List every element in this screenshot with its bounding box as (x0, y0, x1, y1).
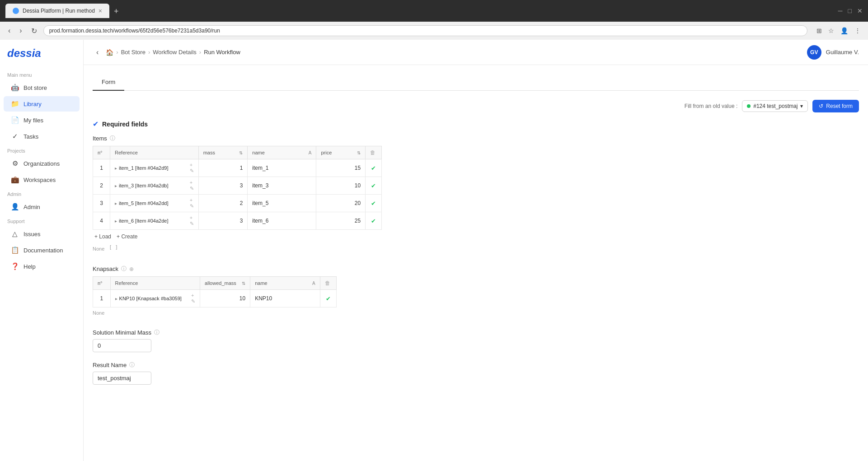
sidebar-item-bot-store[interactable]: 🤖 Bot store (4, 80, 80, 95)
row-mass: 3 (198, 177, 248, 195)
maximize-button[interactable]: □ (848, 7, 852, 14)
result-name-input[interactable] (93, 372, 151, 385)
sidebar-item-label: Organizations (23, 160, 60, 167)
main-content: ‹ 🏠 › Bot Store › Workflow Details › Run… (84, 40, 868, 461)
row-add-icon[interactable]: + (190, 215, 194, 220)
row-edit-icon[interactable]: ✎ (190, 168, 194, 174)
section-title: Required fields (102, 121, 148, 128)
minimize-button[interactable]: ─ (838, 7, 843, 14)
solution-min-mass-input[interactable] (93, 339, 151, 352)
col-header-mass: mass⇅ (198, 146, 248, 159)
knapsack-col-allowed-mass: allowed_mass⇅ (200, 277, 250, 290)
tab-close-button[interactable]: × (99, 7, 102, 14)
sidebar-item-label: Admin (23, 204, 40, 210)
required-fields-header: ✔ Required fields (93, 120, 859, 128)
section-label-support: Support (0, 215, 83, 226)
help-icon: ❓ (11, 262, 19, 270)
sidebar-item-documentation[interactable]: 📋 Documentation (4, 242, 80, 258)
name-sort-icon[interactable]: A (309, 150, 312, 155)
price-sort-icon[interactable]: ⇅ (357, 150, 361, 155)
sidebar-item-organizations[interactable]: ⚙ Organizations (4, 156, 80, 171)
knapsack-col-reference: Reference (110, 277, 200, 290)
forward-button[interactable]: › (17, 25, 24, 37)
breadcrumb-workflow-details[interactable]: Workflow Details (153, 49, 197, 56)
delete-all-icon[interactable]: 🗑 (370, 149, 375, 156)
knapsack-delete-all-icon[interactable]: 🗑 (325, 280, 330, 286)
reset-form-button[interactable]: ↺ Reset form (812, 100, 859, 112)
url-bar[interactable] (43, 25, 807, 36)
result-name-info-icon[interactable]: ⓘ (129, 361, 135, 369)
solution-min-mass-group: Solution Minimal Mass ⓘ (93, 329, 859, 352)
check-icon: ✔ (371, 200, 376, 207)
knapsack-label-text: Knapsack (93, 265, 118, 272)
sidebar-toggle-button[interactable]: ‹ (93, 47, 102, 58)
active-tab[interactable]: Dessia Platform | Run method × (5, 4, 109, 18)
row-add-icon[interactable]: + (190, 180, 194, 185)
knapsack-col-n: n° (93, 277, 111, 290)
extensions-icon[interactable]: ⊞ (815, 25, 824, 36)
browser-navbar: ‹ › ↻ ⊞ ☆ 👤 ⋮ (0, 22, 868, 40)
knapsack-row-allowed-mass: 10 (200, 290, 250, 307)
row-edit-icon[interactable]: ✎ (190, 221, 194, 227)
new-tab-button[interactable]: + (110, 5, 122, 18)
knapsack-info-icon[interactable]: ⓘ (121, 265, 127, 273)
row-add-icon[interactable]: + (190, 197, 194, 203)
row-num: 2 (93, 177, 110, 195)
tasks-icon: ✓ (11, 132, 19, 140)
knapsack-table-section: Knapsack ⓘ ⊕ n° Reference allowed_mass⇅ (93, 265, 859, 318)
row-edit-icon[interactable]: ✎ (190, 203, 194, 209)
close-button[interactable]: ✕ (857, 7, 863, 14)
reload-button[interactable]: ↻ (28, 25, 40, 37)
solution-min-mass-info-icon[interactable]: ⓘ (154, 329, 160, 336)
items-table-section: Items ⓘ n° Reference mass⇅ nameA (93, 135, 859, 254)
knapsack-add-icon[interactable]: + (191, 293, 195, 298)
workspaces-icon: 💼 (11, 176, 19, 184)
sidebar-item-tasks[interactable]: ✓ Tasks (4, 129, 80, 144)
reset-btn-label: Reset form (826, 103, 853, 109)
tab-title: Dessia Platform | Run method (23, 8, 95, 14)
topbar-left: ‹ 🏠 › Bot Store › Workflow Details › Run… (93, 47, 240, 58)
create-button[interactable]: + Create (117, 233, 137, 240)
section-check-icon: ✔ (93, 120, 99, 128)
allowed-mass-sort-icon[interactable]: ⇅ (242, 281, 245, 286)
home-icon[interactable]: 🏠 (106, 49, 113, 56)
bookmark-icon[interactable]: ☆ (826, 25, 836, 36)
issues-icon: △ (11, 230, 19, 238)
sidebar-item-label: My files (23, 117, 43, 124)
tabs: Form (93, 74, 859, 91)
knapsack-name-sort-icon[interactable]: A (312, 281, 315, 286)
row-reference: ▸item_3 [Item #04a2db] + ✎ (110, 177, 199, 195)
sidebar-item-library[interactable]: 📁 Library (4, 96, 80, 112)
topbar-right: GV Guillaume V. (807, 45, 859, 60)
sidebar-item-issues[interactable]: △ Issues (4, 226, 80, 242)
tab-form[interactable]: Form (93, 74, 124, 91)
sidebar-item-help[interactable]: ❓ Help (4, 259, 80, 274)
row-add-icon[interactable]: + (190, 162, 194, 168)
row-price: 25 (316, 212, 366, 230)
knapsack-help-icon[interactable]: ⊕ (129, 266, 134, 272)
sidebar-item-workspaces[interactable]: 💼 Workspaces (4, 172, 80, 187)
load-button[interactable]: + Load (94, 233, 111, 240)
row-name: item_1 (248, 159, 316, 177)
table-row: 1 ▸item_1 [Item #04a2d9] + ✎ (93, 159, 382, 177)
sidebar-item-admin[interactable]: 👤 Admin (4, 199, 80, 214)
fill-dropdown[interactable]: #124 test_postmaj ▾ (742, 100, 808, 112)
row-reference: ▸item_5 [Item #04a2dd] + ✎ (110, 195, 199, 212)
back-button[interactable]: ‹ (5, 25, 13, 37)
knapsack-row-reference: ▸KNP10 [Knapsack #ba3059] + ✎ (110, 290, 200, 307)
items-label-text: Items (93, 135, 107, 142)
sidebar-item-my-files[interactable]: 📄 My files (4, 112, 80, 128)
knapsack-none-text: None (93, 308, 104, 317)
user-avatar[interactable]: GV (807, 45, 821, 60)
mass-sort-icon[interactable]: ⇅ (239, 150, 243, 155)
knapsack-col-name: nameA (250, 277, 320, 290)
topbar: ‹ 🏠 › Bot Store › Workflow Details › Run… (84, 40, 868, 65)
items-info-icon[interactable]: ⓘ (110, 135, 115, 142)
knapsack-edit-icon[interactable]: ✎ (191, 298, 195, 304)
library-icon: 📁 (11, 100, 19, 108)
menu-icon[interactable]: ⋮ (853, 25, 863, 36)
breadcrumb-bot-store[interactable]: Bot Store (121, 49, 145, 56)
sidebar-item-label: Documentation (23, 247, 63, 254)
row-edit-icon[interactable]: ✎ (190, 186, 194, 191)
profile-icon[interactable]: 👤 (839, 25, 850, 36)
